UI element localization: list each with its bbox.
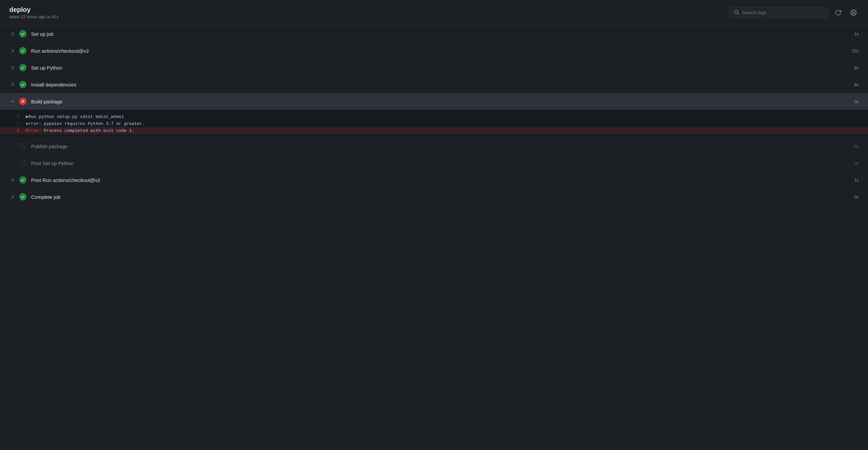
header-right <box>729 7 859 19</box>
status-icon-build-package <box>19 98 27 105</box>
log-line-text: Error: Process completed with exit code … <box>26 128 134 133</box>
step-duration-set-up-python: 8s <box>854 65 859 70</box>
step-row-install-dependencies[interactable]: Install dependencies8s <box>0 76 868 93</box>
status-icon-run-checkout <box>19 47 27 54</box>
svg-point-0 <box>853 12 855 13</box>
log-line-text: ▶Run python setup.py sdist bdist_wheel <box>26 114 124 119</box>
page-subtitle: failed 12 hours ago in 41s <box>9 14 59 19</box>
refresh-icon <box>835 9 841 16</box>
step-row-complete-job[interactable]: Complete job0s <box>0 189 868 205</box>
step-label-build-package: Build package <box>31 99 847 104</box>
log-line-number: 7 <box>9 121 19 126</box>
step-row-build-package[interactable]: Build package0s <box>0 93 868 110</box>
status-icon-publish-package <box>19 142 27 150</box>
log-block-build-package: 1▶Run python setup.py sdist bdist_wheel7… <box>0 110 868 138</box>
chevron-icon-run-checkout <box>9 47 16 54</box>
status-icon-complete-job <box>19 193 27 200</box>
chevron-icon-set-up-job <box>9 30 16 37</box>
step-row-publish-package[interactable]: Publish package0s <box>0 138 868 155</box>
step-label-post-set-up-python: Post Set up Python <box>31 160 847 166</box>
status-icon-post-run-checkout <box>19 176 27 184</box>
step-label-run-checkout: Run actions/checkout@v2 <box>31 48 845 54</box>
refresh-button[interactable] <box>833 7 843 18</box>
steps-list: Set up job1sRun actions/checkout@v222sSe… <box>0 26 868 205</box>
chevron-icon-post-run-checkout <box>9 177 16 183</box>
log-line-number: 8 <box>9 128 19 133</box>
log-line: 1▶Run python setup.py sdist bdist_wheel <box>0 113 868 120</box>
chevron-icon-complete-job <box>9 194 16 200</box>
step-row-post-set-up-python[interactable]: Post Set up Python0s <box>0 155 868 172</box>
step-duration-post-run-checkout: 1s <box>854 178 859 182</box>
step-duration-run-checkout: 22s <box>852 48 859 53</box>
chevron-icon-set-up-python <box>9 64 16 71</box>
step-duration-post-set-up-python: 0s <box>854 161 859 166</box>
chevron-icon-publish-package <box>9 143 16 149</box>
gear-icon <box>850 9 857 16</box>
status-icon-set-up-python <box>19 64 27 71</box>
error-keyword: Error: <box>26 128 41 133</box>
step-label-set-up-python: Set up Python <box>31 65 847 71</box>
step-label-publish-package: Publish package <box>31 143 847 149</box>
step-duration-set-up-job: 1s <box>854 31 859 36</box>
header: deploy failed 12 hours ago in 41s <box>0 0 868 26</box>
page-title: deploy <box>9 6 59 13</box>
log-line: 7error: pypalex requires Python 3.7 or g… <box>0 120 868 127</box>
step-label-set-up-job: Set up job <box>31 31 847 37</box>
status-icon-post-set-up-python <box>19 159 27 167</box>
step-row-set-up-python[interactable]: Set up Python8s <box>0 59 868 76</box>
header-left: deploy failed 12 hours ago in 41s <box>9 6 59 19</box>
search-icon <box>734 9 739 16</box>
step-row-set-up-job[interactable]: Set up job1s <box>0 26 868 43</box>
step-row-run-checkout[interactable]: Run actions/checkout@v222s <box>0 43 868 59</box>
step-row-post-run-checkout[interactable]: Post Run actions/checkout@v21s <box>0 172 868 189</box>
step-duration-install-dependencies: 8s <box>854 82 859 87</box>
step-duration-complete-job: 0s <box>854 195 859 199</box>
step-label-complete-job: Complete job <box>31 194 847 200</box>
step-label-install-dependencies: Install dependencies <box>31 82 847 87</box>
log-line-text: error: pypalex requires Python 3.7 or gr… <box>26 121 145 126</box>
log-line: 8Error: Process completed with exit code… <box>0 127 868 134</box>
search-box[interactable] <box>729 7 828 19</box>
status-icon-install-dependencies <box>19 81 27 88</box>
chevron-icon-post-set-up-python <box>9 160 16 166</box>
status-icon-set-up-job <box>19 30 27 37</box>
settings-button[interactable] <box>848 7 859 18</box>
chevron-icon-install-dependencies <box>9 81 16 88</box>
chevron-icon-build-package <box>9 98 16 105</box>
step-duration-build-package: 0s <box>854 99 859 104</box>
step-duration-publish-package: 0s <box>854 144 859 149</box>
search-input[interactable] <box>742 10 823 15</box>
log-line-number: 1 <box>9 114 19 119</box>
step-label-post-run-checkout: Post Run actions/checkout@v2 <box>31 177 847 183</box>
